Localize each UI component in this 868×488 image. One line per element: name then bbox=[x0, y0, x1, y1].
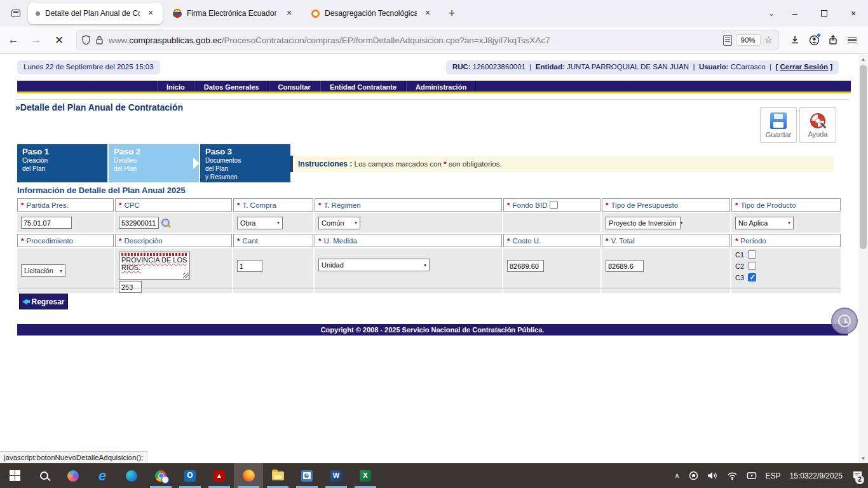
start-button[interactable] bbox=[0, 463, 29, 488]
cell-fondo-bid bbox=[503, 213, 600, 233]
downloads-icon[interactable] bbox=[785, 30, 804, 50]
save-button[interactable]: Guardar bbox=[760, 107, 797, 143]
logout-link[interactable]: [ Cerrar Sesión ] bbox=[776, 63, 833, 71]
tab-title: Firma Electrónica Ecuador - Firm bbox=[187, 9, 278, 18]
taskbar-outlook-button[interactable]: O bbox=[175, 463, 205, 488]
scrollbar-thumb[interactable] bbox=[860, 65, 867, 249]
textarea-resize-grip[interactable] bbox=[183, 273, 189, 278]
costo-u-input[interactable] bbox=[507, 260, 544, 272]
u-medida-select[interactable]: Unidad▾ bbox=[318, 259, 430, 271]
tipo-presupuesto-select[interactable]: Proyecto de Inversión▾ bbox=[606, 217, 681, 229]
menu-hamburger-icon[interactable] bbox=[843, 30, 862, 50]
back-icon[interactable]: ← bbox=[4, 30, 23, 50]
periodo-c3-checkbox[interactable] bbox=[748, 273, 756, 281]
t-compra-select[interactable]: Obra▾ bbox=[237, 217, 283, 229]
tab-favicon-generic-icon bbox=[36, 11, 40, 16]
taskbar-acrobat-button[interactable]: ▲ bbox=[205, 463, 234, 488]
nav-consultar[interactable]: Consultar bbox=[269, 81, 320, 92]
tab-close-icon[interactable]: × bbox=[145, 8, 156, 19]
step-1: Paso 1 Creación del Plan bbox=[17, 144, 107, 182]
close-window-button[interactable]: × bbox=[839, 0, 868, 27]
periodo-c2-checkbox[interactable] bbox=[748, 262, 756, 270]
header-t-compra: *T. Compra bbox=[233, 198, 313, 212]
tab-close-icon[interactable]: × bbox=[283, 8, 295, 19]
tray-clock[interactable]: 15:03 22/9/2025 bbox=[785, 463, 847, 488]
periodo-c1-checkbox[interactable] bbox=[748, 250, 756, 259]
taskbar-explorer-button[interactable] bbox=[263, 463, 292, 488]
scroll-down-icon[interactable]: ▼ bbox=[858, 454, 868, 463]
tab-list-chevron-icon[interactable]: ⌄ bbox=[763, 9, 780, 18]
new-tab-button[interactable]: + bbox=[444, 5, 460, 22]
taskbar-search-button[interactable] bbox=[29, 463, 58, 488]
scroll-up-icon[interactable]: ▲ bbox=[858, 55, 868, 64]
account-icon[interactable] bbox=[804, 30, 824, 50]
cpc-input[interactable] bbox=[119, 217, 159, 229]
notification-center-button[interactable]: 2 bbox=[847, 463, 868, 488]
url-text: www.compraspublicas.gob.ec/ProcesoContra… bbox=[109, 36, 719, 45]
descripcion-code-input[interactable] bbox=[119, 281, 142, 293]
bookmark-star-icon[interactable]: ☆ bbox=[764, 34, 773, 46]
tab-desagregacion[interactable]: Desagregación Tecnológica: Cál × bbox=[305, 3, 440, 24]
t-regimen-select[interactable]: Común▾ bbox=[318, 217, 360, 229]
required-asterisk: * bbox=[444, 160, 446, 168]
nav-datos-generales[interactable]: Datos Generales bbox=[194, 81, 269, 92]
header-fondo-bid: *Fondo BID bbox=[503, 198, 600, 212]
tipo-producto-select[interactable]: No Aplica▾ bbox=[735, 217, 794, 229]
forward-icon[interactable]: → bbox=[27, 30, 46, 50]
tab-detalle-plan[interactable]: Detalle del Plan Anual de Contr × bbox=[28, 3, 163, 24]
header-partida: *Partida Pres. bbox=[17, 198, 114, 212]
regresar-button[interactable]: Regresar bbox=[19, 294, 68, 309]
descripcion-textarea[interactable]: PROVINCIA DE LOS RIOS. bbox=[119, 252, 190, 280]
tray-display-icon[interactable] bbox=[742, 463, 761, 488]
taskbar-edge-button[interactable] bbox=[117, 463, 146, 488]
cell-tipo-producto: No Aplica▾ bbox=[731, 213, 841, 233]
taskbar-excel-button[interactable]: X bbox=[351, 463, 380, 488]
internet-explorer-icon: e bbox=[98, 470, 106, 482]
windows-logo-icon bbox=[10, 470, 20, 481]
wizard-steps: Paso 1 Creación del Plan Paso 2 Detalles… bbox=[17, 144, 292, 182]
partida-input[interactable] bbox=[21, 217, 72, 229]
periodo-c3-label: C3 bbox=[735, 274, 744, 281]
tray-wifi-icon[interactable] bbox=[722, 463, 742, 488]
fondo-bid-checkbox[interactable] bbox=[550, 201, 558, 209]
step-arrow-icon bbox=[193, 158, 200, 169]
lock-icon[interactable] bbox=[95, 36, 104, 45]
tab-firma-electronica[interactable]: Firma Electrónica Ecuador - Firm × bbox=[166, 3, 301, 24]
firefox-view-icon[interactable] bbox=[8, 5, 24, 22]
share-icon[interactable] bbox=[824, 30, 843, 50]
taskbar-stats-app-button[interactable] bbox=[292, 463, 322, 488]
taskbar-chrome-button[interactable] bbox=[146, 463, 175, 488]
tray-record-icon[interactable] bbox=[684, 463, 703, 488]
taskbar-copilot-button[interactable] bbox=[58, 463, 88, 488]
nav-inicio[interactable]: Inicio bbox=[157, 81, 194, 92]
instructions-label: Instrucciones : bbox=[298, 159, 352, 168]
procedimiento-select[interactable]: Licitación▾ bbox=[21, 264, 65, 277]
tab-favicon-ecuador-crest-icon bbox=[173, 9, 182, 18]
vertical-scrollbar[interactable]: ▲ ▼ bbox=[858, 55, 868, 463]
stop-loading-icon[interactable]: ✕ bbox=[50, 30, 69, 50]
tab-close-icon[interactable]: × bbox=[422, 8, 433, 19]
help-button[interactable]: Ayuda bbox=[799, 107, 836, 143]
cell-v-total bbox=[602, 248, 730, 293]
reader-mode-icon[interactable] bbox=[723, 35, 732, 46]
tray-language-indicator[interactable]: ESP bbox=[761, 463, 785, 488]
floating-extension-widget[interactable] bbox=[831, 308, 858, 334]
cant-input[interactable] bbox=[237, 260, 262, 272]
tracking-shield-icon[interactable] bbox=[81, 35, 91, 45]
tray-expand-chevron-icon[interactable]: ∧ bbox=[670, 463, 684, 488]
taskbar-firefox-button[interactable] bbox=[234, 463, 263, 488]
zoom-level-indicator[interactable]: 90% bbox=[736, 34, 761, 46]
nav-administracion[interactable]: Administración bbox=[406, 81, 476, 92]
tray-volume-icon[interactable] bbox=[703, 463, 722, 488]
nav-entidad-contratante[interactable]: Entidad Contratante bbox=[320, 81, 406, 92]
taskbar-word-button[interactable]: W bbox=[322, 463, 351, 488]
minimize-button[interactable]: – bbox=[780, 0, 810, 27]
session-info-bar: Lunes 22 de Septiembre del 2025 15:03 RU… bbox=[17, 60, 839, 74]
instructions-box: Instrucciones : Los campos marcados con … bbox=[290, 156, 834, 172]
maximize-button[interactable] bbox=[810, 0, 839, 27]
url-bar[interactable]: www.compraspublicas.gob.ec/ProcesoContra… bbox=[76, 30, 779, 50]
cpc-search-icon[interactable] bbox=[161, 218, 171, 228]
file-explorer-icon bbox=[272, 471, 284, 480]
v-total-input[interactable] bbox=[606, 260, 644, 272]
taskbar-ie-button[interactable]: e bbox=[88, 463, 117, 488]
